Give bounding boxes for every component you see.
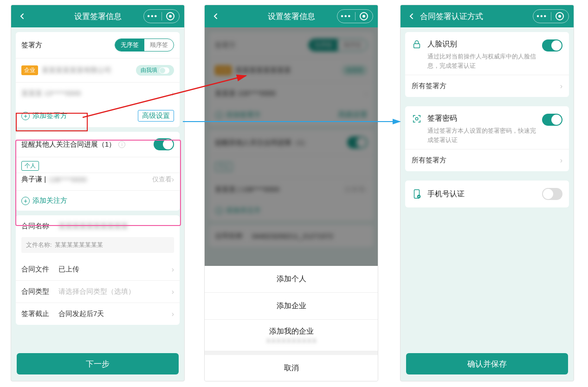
- follower-card: 提醒其他人关注合同进展（1） i 个人 典子谦 | 138****0000 仅查…: [16, 132, 180, 211]
- auth-phone-toggle[interactable]: [542, 188, 562, 200]
- follow-title: 提醒其他人关注合同进展（1）: [21, 140, 116, 149]
- phone-screen-3: 合同签署认证方式 ••• 人脸识别 通过比对当前操作人与权威库中: [400, 5, 574, 381]
- cancel-button[interactable]: 取消: [205, 355, 378, 381]
- person-tag: 个人: [21, 161, 39, 171]
- more-icon[interactable]: •••: [337, 12, 355, 20]
- svg-rect-0: [414, 44, 420, 48]
- confirm-save-button[interactable]: 确认并保存: [406, 353, 568, 374]
- close-miniapp-icon[interactable]: [551, 12, 569, 20]
- close-miniapp-icon[interactable]: [162, 12, 180, 20]
- face-lock-icon: [412, 39, 422, 50]
- header: 设置签署信息 •••: [205, 5, 378, 27]
- chevron-left-icon: [19, 13, 26, 19]
- auth-phone-title: 手机号认证: [427, 189, 536, 199]
- signing-order-segmented[interactable]: 无序签 顺序签: [115, 39, 174, 52]
- add-signer-button[interactable]: + 添加签署方: [21, 111, 67, 120]
- capsule-menu[interactable]: •••: [337, 9, 373, 23]
- add-follower-button[interactable]: + 添加关注方: [21, 196, 67, 205]
- follow-toggle[interactable]: [154, 138, 174, 150]
- chevron-left-icon: [213, 13, 219, 19]
- chevron-right-icon: ›: [172, 90, 174, 98]
- back-button[interactable]: [209, 10, 222, 23]
- back-button[interactable]: [16, 10, 29, 23]
- bottom-bar: 确认并保存: [401, 348, 574, 381]
- bottom-bar: 下一步: [11, 348, 184, 381]
- chevron-right-icon: ›: [172, 310, 174, 318]
- auth-face-scope[interactable]: 所有签署方 ›: [405, 75, 569, 97]
- auth-password-toggle[interactable]: [542, 114, 562, 126]
- plus-circle-icon: +: [21, 197, 30, 205]
- scan-icon: [412, 114, 422, 124]
- auth-face-card: 人脸识别 通过比对当前操作人与权威库中的人脸信息，完成签署认证 所有签署方 ›: [405, 32, 569, 97]
- auth-password-title: 签署密码: [427, 114, 536, 123]
- header-title: 合同签署认证方式: [420, 11, 483, 22]
- follower-name: 典子谦 |: [21, 175, 46, 184]
- option-add-my-company[interactable]: 添加我的企业 某某某某某某某某某某: [205, 320, 378, 351]
- chevron-right-icon: ›: [172, 288, 174, 296]
- auth-password-card: 签署密码 通过签署方本人设置的签署密码，快速完成签署认证 所有签署方 ›: [405, 106, 569, 171]
- deadline-row[interactable]: 签署截止 合同发起后7天 ›: [16, 303, 180, 325]
- plus-circle-icon: +: [21, 112, 30, 120]
- contract-name-row[interactable]: 合同名称 某某某某某某某某某某: [16, 215, 180, 237]
- mini-toggle-icon: [159, 67, 169, 74]
- auth-phone-card: 手机号认证: [405, 181, 569, 207]
- contract-type-row[interactable]: 合同类型 请选择合同类型（选填） ›: [16, 280, 180, 303]
- chevron-right-icon: ›: [172, 265, 174, 274]
- header: 设置签署信息 •••: [11, 5, 184, 27]
- my-company-sub-redacted: 某某某某某某某某某某: [266, 337, 317, 344]
- header: 合同签署认证方式 •••: [401, 5, 574, 27]
- capsule-menu[interactable]: •••: [533, 9, 569, 23]
- phone-screen-2: 设置签署信息 ••• 签署方 无序签顺序签 企业某某某某某某某某由我填 某某某 …: [204, 5, 378, 381]
- info-icon[interactable]: i: [118, 141, 125, 148]
- follower-row[interactable]: 典子谦 | 138****0000 仅查看 ›: [16, 173, 180, 190]
- next-button[interactable]: 下一步: [17, 353, 179, 374]
- auth-methods-body: 人脸识别 通过比对当前操作人与权威库中的人脸信息，完成签署认证 所有签署方 ›: [401, 27, 574, 348]
- more-icon[interactable]: •••: [144, 12, 162, 20]
- auth-face-title: 人脸识别: [427, 39, 536, 49]
- header-title: 设置签署信息: [74, 11, 122, 22]
- chevron-right-icon: ›: [560, 82, 562, 90]
- chevron-right-icon: ›: [172, 175, 174, 184]
- seg-unordered[interactable]: 无序签: [115, 39, 144, 51]
- back-button[interactable]: [405, 10, 418, 23]
- close-miniapp-icon[interactable]: [355, 12, 373, 20]
- option-add-person[interactable]: 添加个人: [205, 266, 378, 293]
- phone-check-icon: [412, 189, 422, 199]
- signer-section-title: 签署方: [21, 41, 42, 50]
- file-name-row: 文件名称: 某某某某某某某某: [21, 237, 174, 253]
- signer-card: 签署方 无序签 顺序签 企业 某某某某某某有限公司 由我填: [16, 32, 180, 127]
- auth-password-scope[interactable]: 所有签署方 ›: [405, 149, 569, 171]
- org-name-redacted: 某某某某某某有限公司: [42, 66, 111, 75]
- chevron-left-icon: [408, 13, 415, 19]
- signer-detail-row[interactable]: 某某某 13*****0000 ›: [16, 82, 180, 104]
- more-icon[interactable]: •••: [533, 12, 551, 20]
- org-tag: 企业: [21, 65, 38, 75]
- chevron-right-icon: ›: [560, 156, 562, 165]
- advanced-settings-link[interactable]: 高级设置: [138, 110, 174, 122]
- capsule-menu[interactable]: •••: [143, 9, 180, 23]
- option-add-company[interactable]: 添加企业: [205, 293, 378, 320]
- auth-password-desc: 通过签署方本人设置的签署密码，快速完成签署认证: [427, 126, 536, 144]
- contract-file-row[interactable]: 合同文件 已上传 ›: [16, 258, 180, 280]
- action-sheet: 添加个人 添加企业 添加我的企业 某某某某某某某某某某 取消: [205, 266, 378, 381]
- seg-ordered[interactable]: 顺序签: [144, 39, 174, 51]
- view-only-label: 仅查看: [152, 175, 172, 184]
- auth-face-toggle[interactable]: [542, 39, 562, 52]
- svg-point-1: [415, 117, 418, 120]
- content-body: 签署方 无序签 顺序签 企业 某某某某某某有限公司 由我填: [11, 27, 184, 348]
- contract-info-card: 合同名称 某某某某某某某某某某 文件名称: 某某某某某某某某 合同文件 已上传 …: [16, 215, 180, 325]
- fill-by-me-toggle[interactable]: 由我填: [136, 65, 174, 76]
- header-title: 设置签署信息: [268, 11, 315, 22]
- phone-screen-1: 设置签署信息 ••• 签署方 无序签 顺序签: [11, 5, 185, 381]
- auth-face-desc: 通过比对当前操作人与权威库中的人脸信息，完成签署认证: [427, 52, 536, 70]
